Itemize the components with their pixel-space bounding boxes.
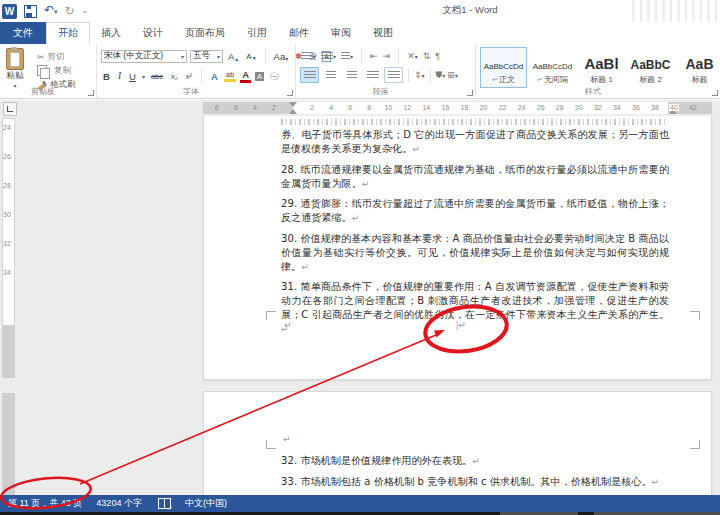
asian-layout-icon[interactable]: ✕▾ bbox=[407, 51, 418, 61]
clipboard-group: 粘贴 ▾ ✂ 剪切 复制 格式刷 剪贴板 bbox=[0, 44, 97, 98]
tab-file[interactable]: 文件 bbox=[0, 22, 46, 44]
ruler-number: 8 bbox=[215, 104, 219, 111]
style-label: ↵无间隔 bbox=[537, 74, 568, 85]
style-gallery-item[interactable]: AaBbCcDd↵无间隔 bbox=[529, 47, 576, 88]
copy-icon bbox=[37, 65, 47, 76]
style-label: 标题 bbox=[692, 74, 708, 85]
ribbon-tab[interactable]: 邮件 bbox=[278, 22, 320, 43]
distribute-button[interactable] bbox=[384, 67, 403, 83]
bold-button[interactable]: B bbox=[101, 71, 112, 82]
document-page-1[interactable]: 券、电子货币等具体形式；D 它的出现一方面促进了商品交换关系的发展；另一方面也是… bbox=[203, 116, 712, 380]
ribbon-tab[interactable]: 页面布局 bbox=[174, 22, 236, 43]
ruler-number: 4 bbox=[329, 104, 333, 111]
font-size-combo[interactable]: 五号▾ bbox=[190, 50, 223, 63]
ruler-number: 30 bbox=[3, 211, 11, 218]
ribbon-tab[interactable]: 开始 bbox=[46, 22, 90, 44]
style-sample: AaBbCcDd bbox=[533, 63, 573, 71]
empty-paragraph-mark[interactable]: ↵ bbox=[284, 320, 292, 330]
styles-group: AaBbCcDd↵正文AaBbCcDd↵无间隔AaBl标题 1AaBbC标题 2… bbox=[476, 44, 720, 98]
align-left-button[interactable] bbox=[300, 67, 319, 83]
ruler-number: 38 bbox=[651, 104, 659, 111]
style-gallery-item[interactable]: AaBbCcDd↵正文 bbox=[480, 47, 527, 88]
clipboard-dialog-launcher[interactable] bbox=[88, 90, 94, 96]
paragraph-dialog-launcher[interactable] bbox=[467, 90, 473, 96]
ribbon-tab[interactable]: 设计 bbox=[132, 22, 174, 43]
shrink-font-button[interactable]: A▼ bbox=[244, 52, 258, 61]
text-effects-icon[interactable]: A bbox=[209, 71, 220, 82]
cut-button[interactable]: ✂ 剪切 bbox=[37, 50, 76, 63]
document-paragraph[interactable]: 29. 通货膨胀：纸币发行量超过了流通中所需要的金属货币量，纸币贬值，物价上涨；… bbox=[281, 197, 669, 225]
word-app-icon[interactable]: W bbox=[2, 4, 17, 19]
proofing-status-icon[interactable] bbox=[158, 498, 171, 509]
ruler-number: 28 bbox=[3, 182, 11, 189]
style-gallery-item[interactable]: AaBbC标题 2 bbox=[627, 47, 674, 88]
show-hide-marks-icon[interactable]: ¶ bbox=[435, 51, 440, 61]
underline-button[interactable]: U bbox=[127, 71, 138, 82]
ruler-number: 6 bbox=[234, 104, 238, 111]
align-right-button[interactable] bbox=[342, 67, 361, 83]
font-name-combo[interactable]: 宋体 (中文正文)▾ bbox=[101, 50, 187, 63]
style-sample: AaBbC bbox=[630, 59, 670, 71]
shading-icon[interactable]: ⛊▾ bbox=[436, 70, 446, 81]
ruler-number: 2 bbox=[310, 104, 314, 111]
font-dialog-launcher[interactable] bbox=[287, 90, 293, 96]
document-paragraph[interactable]: 32. 市场机制是价值规律作用的外在表现。↵ bbox=[281, 454, 669, 468]
document-page-2[interactable]: ↵ 32. 市场机制是价值规律作用的外在表现。↵33. 市场机制包括 a 价格机… bbox=[203, 391, 712, 495]
ribbon-tab[interactable]: 引用 bbox=[236, 22, 278, 43]
style-label: 标题 2 bbox=[639, 74, 662, 85]
subscript-button[interactable]: x₂ bbox=[169, 72, 180, 81]
ribbon-tab-row: 文件 开始插入设计页面布局引用邮件审阅视图 bbox=[0, 22, 720, 45]
numbering-button[interactable]: ▾ bbox=[321, 52, 336, 61]
sort-icon[interactable]: ⇅ bbox=[423, 51, 431, 61]
document-paragraph[interactable]: 31. 简单商品条件下，价值规律的重要作用：A 自发调节资源配置，促使生产资料和… bbox=[281, 280, 669, 336]
copy-button[interactable]: 复制 bbox=[37, 64, 76, 77]
tab-selector[interactable] bbox=[3, 102, 17, 116]
strikethrough-button[interactable]: abc bbox=[149, 72, 165, 81]
circled-paragraph-mark[interactable]: |↵ bbox=[456, 320, 466, 330]
ribbon-tab[interactable]: 插入 bbox=[90, 22, 132, 43]
change-case-button[interactable]: Aa▾ bbox=[272, 51, 291, 62]
italic-button[interactable]: I bbox=[116, 71, 123, 81]
decrease-indent-icon[interactable]: ⇤ bbox=[370, 51, 378, 61]
ruler-number: 12 bbox=[403, 104, 411, 111]
highlight-color-icon[interactable]: ab bbox=[224, 70, 236, 82]
customize-qat-icon[interactable]: ⌄ bbox=[82, 7, 88, 15]
language-indicator[interactable]: 中文(中国) bbox=[185, 497, 227, 510]
redo-icon[interactable]: ↻ bbox=[65, 4, 75, 18]
align-center-button[interactable] bbox=[321, 67, 340, 83]
undo-icon[interactable]: ↶▾ bbox=[44, 3, 58, 19]
character-shading-icon[interactable]: A bbox=[255, 72, 264, 81]
justify-button[interactable] bbox=[363, 67, 382, 83]
document-paragraph[interactable]: 券、电子货币等具体形式；D 它的出现一方面促进了商品交换关系的发展；另一方面也是… bbox=[281, 128, 669, 156]
empty-paragraph-mark[interactable]: ↵ bbox=[283, 434, 291, 444]
page-indicator[interactable]: 第 11 页，共 43 页 bbox=[8, 497, 82, 510]
ruler-number: 36 bbox=[632, 104, 640, 111]
styles-dialog-launcher[interactable] bbox=[712, 90, 718, 96]
first-line-indent-marker[interactable] bbox=[289, 102, 297, 107]
style-gallery-item[interactable]: AaB标题 bbox=[676, 47, 720, 88]
document-paragraph[interactable]: 28. 纸币流通规律要以金属货币流通规律为基础，纸币的发行量必须以流通中所需要的… bbox=[281, 163, 669, 191]
ribbon-tab[interactable]: 审阅 bbox=[320, 22, 362, 43]
document-paragraph[interactable]: 30. 价值规律的基本内容和基本要求：A 商品价值量由社会必要劳动时间决定 B … bbox=[281, 232, 669, 274]
grow-font-button[interactable]: A▲ bbox=[226, 51, 241, 62]
underline-dropdown-icon[interactable]: ▾ bbox=[142, 73, 145, 80]
increase-indent-icon[interactable]: ⇥ bbox=[383, 51, 391, 61]
borders-icon[interactable]: ⊞▾ bbox=[447, 70, 458, 80]
ribbon-tab[interactable]: 视图 bbox=[362, 22, 404, 43]
superscript-button[interactable]: x² bbox=[184, 72, 194, 81]
font-group-label: 字体 bbox=[97, 86, 285, 97]
enclose-characters-icon[interactable]: ㊀ bbox=[268, 70, 281, 83]
save-icon[interactable] bbox=[24, 5, 37, 18]
paragraph-mark: ↵ bbox=[362, 179, 370, 189]
style-gallery-item[interactable]: AaBl标题 1 bbox=[578, 47, 625, 88]
horizontal-ruler[interactable]: 8642246810121416182022242628303234363840… bbox=[203, 102, 712, 114]
hanging-indent-marker[interactable] bbox=[289, 109, 297, 114]
paragraph-mark: ↵ bbox=[412, 144, 420, 154]
bullets-button[interactable]: ▾ bbox=[301, 52, 316, 61]
multilevel-list-button[interactable]: ▾ bbox=[341, 52, 353, 61]
word-count[interactable]: 43204 个字 bbox=[96, 497, 142, 510]
document-paragraph[interactable]: 33. 市场机制包括 a 价格机制 b 竞争机制和 c 供求机制。其中，价格机制… bbox=[281, 475, 669, 489]
line-spacing-icon[interactable]: ⇕▾ bbox=[414, 70, 425, 80]
font-color-icon[interactable]: A bbox=[240, 69, 251, 83]
paste-button[interactable]: 粘贴 ▾ bbox=[6, 48, 24, 89]
